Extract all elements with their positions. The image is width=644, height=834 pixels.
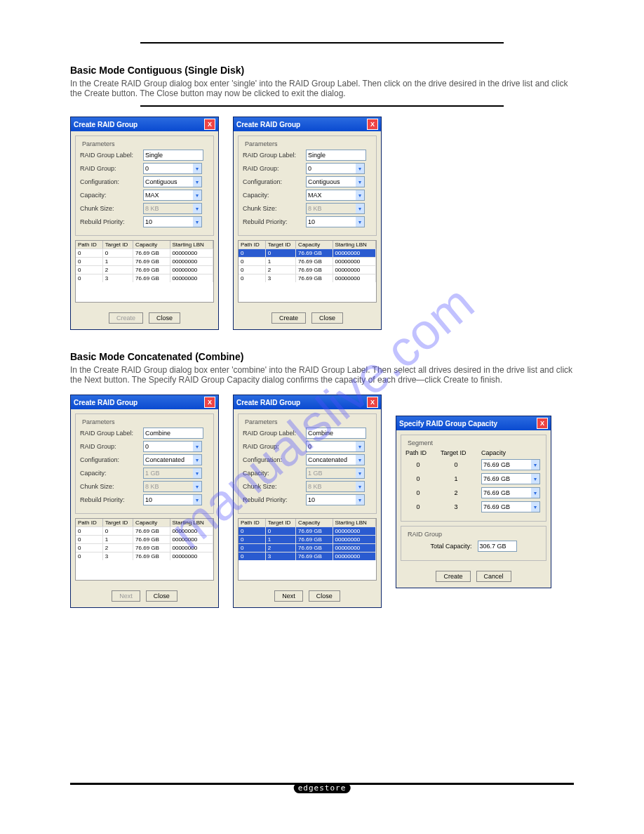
config-select[interactable]: Contiguous▾ xyxy=(143,176,202,187)
rebuild-select[interactable]: 10▾ xyxy=(143,494,202,505)
group-label-input[interactable]: Combine xyxy=(143,428,203,439)
chunk-select: 8 KB▾ xyxy=(143,481,202,492)
single-dialogs-row: Create RAID GroupX Parameters RAID Group… xyxy=(70,117,574,330)
params-legend: Parameters xyxy=(80,140,117,147)
chevron-down-icon: ▾ xyxy=(356,495,364,505)
chevron-down-icon: ▾ xyxy=(531,488,539,498)
rule-top xyxy=(140,42,504,44)
group-select[interactable]: 0▾ xyxy=(143,163,202,174)
table-row: 0376.69 GB00000000 xyxy=(239,274,376,282)
close-icon[interactable]: X xyxy=(204,119,215,130)
rule-mid1 xyxy=(140,105,504,107)
segment-capacity-select[interactable]: 76.69 GB▾ xyxy=(481,459,540,470)
raidgroup-legend: RAID Group xyxy=(405,531,444,538)
chevron-down-icon: ▾ xyxy=(531,502,539,512)
segment-legend: Segment xyxy=(405,439,435,446)
table-row: 0076.69 GB00000000 xyxy=(76,249,213,257)
label-capacity: Capacity: xyxy=(80,192,143,199)
table-row: 0176.69 GB00000000 xyxy=(239,535,376,543)
title-text: Create RAID Group xyxy=(74,121,137,128)
chevron-down-icon: ▾ xyxy=(193,468,201,478)
rebuild-select[interactable]: 10▾ xyxy=(306,216,365,227)
group-label-input[interactable]: Combine xyxy=(306,428,366,439)
create-button[interactable]: Create xyxy=(436,571,470,582)
label-chunk: Chunk Size: xyxy=(80,205,143,212)
next-button: Next xyxy=(112,590,140,602)
capacity-select[interactable]: MAX▾ xyxy=(143,190,202,201)
table-row: 0076.69 GB00000000 xyxy=(239,527,376,535)
segment-capacity-select[interactable]: 76.69 GB▾ xyxy=(481,487,540,498)
close-button[interactable]: Close xyxy=(311,312,343,324)
close-button[interactable]: Close xyxy=(146,590,177,602)
capacity-select: 1 GB▾ xyxy=(143,468,202,479)
table-row: 0276.69 GB00000000 xyxy=(76,265,213,274)
group-select[interactable]: 0▾ xyxy=(306,441,365,452)
segment-row: 0076.69 GB▾ xyxy=(405,459,542,470)
label-group: RAID Group: xyxy=(80,165,143,172)
capacity-select: 1 GB▾ xyxy=(306,468,365,479)
config-select[interactable]: Concatenated▾ xyxy=(306,454,365,465)
chevron-down-icon: ▾ xyxy=(356,164,364,173)
drive-table[interactable]: Path IDTarget IDCapacityStarting LBN 007… xyxy=(75,240,214,303)
table-row: 0076.69 GB00000000 xyxy=(239,249,376,257)
table-row: 0376.69 GB00000000 xyxy=(239,552,376,560)
drive-table[interactable]: Path IDTarget IDCapacityStarting LBN 007… xyxy=(238,518,377,581)
chevron-down-icon: ▾ xyxy=(531,460,539,470)
titlebar: Specify RAID Group CapacityX xyxy=(396,416,551,430)
params-legend: Parameters xyxy=(80,418,117,425)
create-button[interactable]: Create xyxy=(271,312,306,324)
chevron-down-icon: ▾ xyxy=(193,204,201,213)
group-label-input[interactable]: Single xyxy=(306,150,366,161)
segment-capacity-select[interactable]: 76.69 GB▾ xyxy=(481,501,540,512)
group-label-input[interactable]: Single xyxy=(143,150,203,161)
dialog-create-single-initial: Create RAID GroupX Parameters RAID Group… xyxy=(70,117,219,330)
dialog-create-single-selected: Create RAID GroupX Parameters RAID Group… xyxy=(233,117,382,330)
capacity-select[interactable]: MAX▾ xyxy=(306,190,365,201)
close-button[interactable]: Close xyxy=(309,590,340,602)
create-button: Create xyxy=(109,312,143,324)
next-button[interactable]: Next xyxy=(274,590,303,602)
segment-row: 0376.69 GB▾ xyxy=(405,501,542,512)
group-select[interactable]: 0▾ xyxy=(306,163,365,174)
cancel-button[interactable]: Cancel xyxy=(476,571,511,582)
dialog-specify-capacity: Specify RAID Group CapacityX Segment Pat… xyxy=(396,416,551,588)
params-legend: Parameters xyxy=(243,418,280,425)
close-icon[interactable]: X xyxy=(367,397,378,408)
chevron-down-icon: ▾ xyxy=(193,190,201,200)
rebuild-select[interactable]: 10▾ xyxy=(143,216,202,227)
dialog-create-combine-selected: Create RAID GroupX Parameters RAID Group… xyxy=(233,395,382,608)
section-combine-title: Basic Mode Concatenated (Combine) xyxy=(70,351,574,362)
chevron-down-icon: ▾ xyxy=(356,204,364,213)
segment-capacity-select[interactable]: 76.69 GB▾ xyxy=(481,473,540,484)
config-select[interactable]: Contiguous▾ xyxy=(306,176,365,187)
chevron-down-icon: ▾ xyxy=(356,190,364,200)
chevron-down-icon: ▾ xyxy=(356,177,364,187)
label-group-label: RAID Group Label: xyxy=(80,152,143,159)
total-capacity-value: 306.7 GB xyxy=(478,541,517,552)
close-button[interactable]: Close xyxy=(149,312,180,324)
table-row: 0176.69 GB00000000 xyxy=(76,535,213,543)
close-icon[interactable]: X xyxy=(204,397,215,408)
chevron-down-icon: ▾ xyxy=(193,164,201,173)
close-icon[interactable]: X xyxy=(537,418,548,429)
table-row: 0176.69 GB00000000 xyxy=(239,257,376,265)
label-config: Configuration: xyxy=(80,178,143,185)
chevron-down-icon: ▾ xyxy=(193,217,201,227)
config-select[interactable]: Concatenated▾ xyxy=(143,454,202,465)
drive-table[interactable]: Path IDTarget IDCapacityStarting LBN 007… xyxy=(75,518,214,581)
titlebar: Create RAID GroupX xyxy=(71,117,218,131)
title-text: Create RAID Group xyxy=(74,399,137,406)
table-row: 0076.69 GB00000000 xyxy=(76,527,213,535)
group-select[interactable]: 0▾ xyxy=(143,441,202,452)
chunk-select: 8 KB▾ xyxy=(306,481,365,492)
table-row: 0276.69 GB00000000 xyxy=(76,543,213,552)
drive-table[interactable]: Path IDTarget IDCapacityStarting LBN 007… xyxy=(238,240,377,303)
chevron-down-icon: ▾ xyxy=(356,217,364,227)
close-icon[interactable]: X xyxy=(367,119,378,130)
chunk-select: 8 KB▾ xyxy=(143,203,202,214)
table-row: 0276.69 GB00000000 xyxy=(239,265,376,274)
title-text: Create RAID Group xyxy=(236,399,300,406)
segment-row: 0176.69 GB▾ xyxy=(405,473,542,484)
rebuild-select[interactable]: 10▾ xyxy=(306,494,365,505)
chevron-down-icon: ▾ xyxy=(193,442,201,451)
